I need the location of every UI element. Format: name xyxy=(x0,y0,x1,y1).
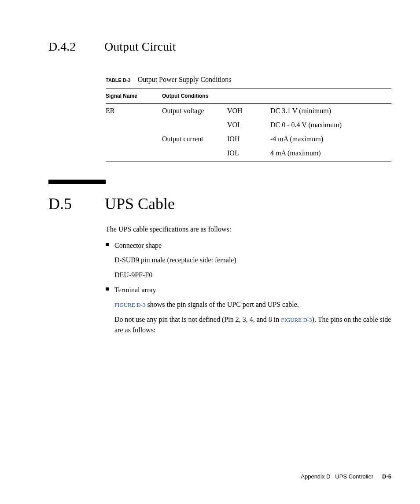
list-item-detail: FIGURE D-3 shows the pin signals of the … xyxy=(114,299,391,310)
cell-value: 4 mA (maximum) xyxy=(270,146,391,162)
cell-condition: Output current xyxy=(162,132,227,146)
cell-symbol: IOH xyxy=(227,132,270,146)
subsection-title: Output Circuit xyxy=(104,40,176,54)
list-item-label: Terminal array xyxy=(114,286,156,294)
list-item-detail: DEU-9PF-F0 xyxy=(114,270,391,280)
bullet-icon xyxy=(106,287,109,291)
footer-title: UPS Controller xyxy=(335,473,373,480)
list-item-detail: D-SUB9 pin male (receptacle side: female… xyxy=(114,255,391,265)
text-fragment: Do not use any pin that is not defined (… xyxy=(114,316,281,323)
cell-symbol: VOH xyxy=(227,104,270,118)
cell-value: DC 0 - 0.4 V (maximum) xyxy=(270,118,391,132)
figure-reference-link[interactable]: FIGURE D-3 xyxy=(281,316,312,323)
text-fragment: shows the pin signals of the UPC port an… xyxy=(145,301,298,308)
list-item: Connector shape xyxy=(106,240,391,250)
bullet-icon xyxy=(106,243,109,246)
subsection-heading: D.4.2 Output Circuit xyxy=(48,40,391,54)
table-d3: Signal Name Output Conditions ER Output … xyxy=(106,88,391,162)
page-footer: Appendix D UPS ControllerD-5 xyxy=(301,473,391,480)
cell-signal xyxy=(106,146,162,162)
section-number: D.5 xyxy=(48,195,105,213)
subsection-number: D.4.2 xyxy=(48,40,104,54)
footer-page-number: D-5 xyxy=(382,473,391,480)
table-caption-label: TABLE D-3 xyxy=(106,77,131,83)
section-heading: D.5 UPS Cable xyxy=(48,195,391,213)
section-divider xyxy=(48,180,106,184)
cell-signal xyxy=(106,118,162,132)
list-item-detail: Do not use any pin that is not defined (… xyxy=(114,314,391,335)
list-item-label: Connector shape xyxy=(114,242,162,249)
cell-condition xyxy=(162,118,227,132)
intro-paragraph: The UPS cable specifications are as foll… xyxy=(106,224,391,234)
cell-value: -4 mA (maximum) xyxy=(270,132,391,146)
cell-signal: ER xyxy=(106,104,162,118)
table-header-conditions: Output Conditions xyxy=(162,88,391,104)
cell-condition: Output voltage xyxy=(162,104,227,118)
cell-signal xyxy=(106,132,162,146)
figure-reference-link[interactable]: FIGURE D-3 xyxy=(114,302,145,308)
cell-condition xyxy=(162,146,227,162)
table-row: Output current IOH -4 mA (maximum) xyxy=(106,132,391,146)
table-row: VOL DC 0 - 0.4 V (maximum) xyxy=(106,118,391,132)
table-caption-text: Output Power Supply Conditions xyxy=(138,76,232,83)
table-caption: TABLE D-3 Output Power Supply Conditions xyxy=(106,76,391,84)
section-title: UPS Cable xyxy=(105,195,175,213)
footer-appendix: Appendix D xyxy=(301,473,330,480)
table-row: ER Output voltage VOH DC 3.1 V (minimum) xyxy=(106,104,391,118)
cell-symbol: IOL xyxy=(227,146,270,162)
cell-value: DC 3.1 V (minimum) xyxy=(270,104,391,118)
table-row: IOL 4 mA (maximum) xyxy=(106,146,391,162)
table-header-signal: Signal Name xyxy=(106,88,162,104)
list-item: Terminal array xyxy=(106,285,391,295)
cell-symbol: VOL xyxy=(227,118,270,132)
